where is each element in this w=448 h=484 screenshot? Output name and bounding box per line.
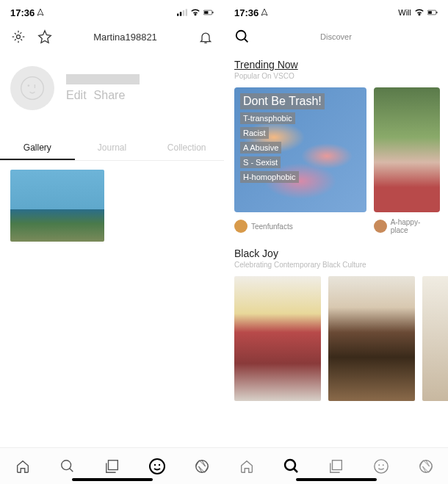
svg-rect-11	[108, 460, 118, 469]
avatar-placeholder-icon	[20, 76, 45, 101]
svg-point-20	[285, 460, 295, 470]
nav-feed[interactable]	[372, 457, 391, 476]
tab-journal[interactable]: Journal	[75, 137, 150, 160]
bell-icon	[198, 29, 213, 44]
svg-point-15	[195, 460, 208, 472]
blackjoy-card[interactable]	[422, 276, 448, 401]
blackjoy-header: Black Joy Celebrating Contemporary Black…	[224, 242, 448, 270]
svg-rect-18	[436, 12, 437, 13]
blackjoy-title[interactable]: Black Joy	[234, 248, 438, 259]
settings-button[interactable]	[10, 29, 26, 45]
gallery-grid	[0, 161, 224, 250]
trending-card[interactable]: Dont Be Trash! T-transphobic Racist A Ab…	[234, 87, 366, 212]
trending-title[interactable]: Trending Now	[234, 59, 438, 71]
avatar[interactable]	[10, 66, 54, 110]
shutter-icon	[418, 458, 434, 474]
profile-tabs: Gallery Journal Collection	[0, 137, 224, 161]
author-name[interactable]: Teenfunfacts	[251, 223, 293, 231]
trending-subtitle: Popular On VSCO	[234, 72, 438, 80]
home-icon	[15, 458, 31, 474]
trending-card[interactable]	[374, 87, 440, 212]
tab-gallery[interactable]: Gallery	[0, 137, 75, 160]
trending-authors: Teenfunfacts A-happy-place	[224, 218, 448, 242]
nav-discover[interactable]	[416, 457, 436, 476]
gallery-item[interactable]	[10, 170, 104, 242]
profile-section: Edit Share	[0, 53, 224, 116]
svg-rect-0	[177, 14, 178, 16]
card-line: H-homophobic	[240, 171, 299, 183]
nav-feed[interactable]	[148, 457, 167, 476]
shutter-icon	[194, 458, 210, 474]
svg-point-9	[28, 84, 30, 87]
blackjoy-carousel[interactable]	[224, 270, 448, 407]
home-indicator	[296, 478, 377, 481]
svg-rect-6	[212, 12, 213, 13]
nav-home[interactable]	[237, 457, 256, 476]
svg-rect-21	[332, 460, 342, 469]
blackjoy-card[interactable]	[328, 276, 415, 401]
card-line: Racist	[240, 127, 269, 139]
star-icon	[37, 29, 52, 44]
author-avatar[interactable]	[374, 220, 387, 233]
location-icon	[36, 8, 45, 17]
nav-discover[interactable]	[192, 457, 212, 476]
status-indicators: Will	[398, 7, 438, 18]
wifi-icon	[190, 7, 200, 18]
carrier-label: Will	[398, 8, 411, 17]
author-avatar[interactable]	[234, 220, 248, 233]
name-placeholder	[66, 74, 140, 84]
svg-point-12	[150, 459, 165, 474]
search-icon	[234, 29, 250, 45]
svg-point-19	[236, 31, 246, 40]
svg-rect-1	[180, 12, 181, 15]
stack-icon	[328, 458, 344, 474]
nav-search[interactable]	[282, 457, 301, 476]
nav-home[interactable]	[13, 457, 32, 476]
svg-point-24	[382, 464, 383, 466]
blackjoy-card[interactable]	[234, 276, 321, 401]
nav-search[interactable]	[58, 457, 77, 476]
signal-icon	[177, 7, 187, 18]
svg-point-22	[374, 459, 387, 472]
profile-screen: 17:36 Martina198821 Edit Share	[0, 0, 224, 484]
trending-header: Trending Now Popular On VSCO	[224, 53, 448, 82]
trending-carousel[interactable]: Dont Be Trash! T-transphobic Racist A Ab…	[224, 82, 448, 218]
smiley-icon	[373, 458, 389, 474]
svg-point-8	[21, 77, 44, 100]
username-title: Martina198821	[63, 32, 187, 43]
tab-collection[interactable]: Collection	[149, 137, 224, 160]
top-bar: Martina198821	[0, 21, 224, 53]
search-icon	[59, 458, 76, 474]
top-bar: Discover	[224, 21, 448, 53]
share-button[interactable]: Share	[94, 89, 126, 102]
page-title: Discover	[261, 32, 411, 41]
status-time: 17:36	[234, 7, 259, 18]
blackjoy-subtitle: Celebrating Contemporary Black Culture	[234, 261, 438, 269]
card-line: T-transphobic	[240, 112, 295, 124]
nav-studio[interactable]	[327, 457, 346, 476]
edit-button[interactable]: Edit	[66, 89, 87, 102]
svg-point-13	[153, 463, 155, 465]
gear-icon	[11, 29, 26, 44]
svg-rect-3	[186, 9, 187, 15]
svg-point-25	[419, 460, 432, 472]
search-button[interactable]	[234, 29, 250, 45]
stack-icon	[104, 458, 120, 474]
svg-rect-5	[204, 11, 208, 14]
location-icon	[260, 8, 269, 17]
discover-screen: 17:36 Will Discover Trending Now Popular…	[224, 0, 448, 484]
home-icon	[239, 458, 255, 474]
svg-point-7	[17, 35, 21, 39]
status-bar: 17:36	[0, 0, 224, 21]
status-indicators	[177, 7, 214, 18]
nav-studio[interactable]	[103, 457, 122, 476]
svg-rect-17	[428, 11, 432, 14]
status-bar: 17:36 Will	[224, 0, 448, 21]
smiley-icon	[148, 458, 166, 475]
search-icon	[283, 458, 300, 475]
status-time: 17:36	[10, 7, 35, 18]
notifications-button[interactable]	[198, 29, 214, 45]
author-name[interactable]: A-happy-place	[391, 218, 438, 234]
battery-icon	[427, 7, 438, 18]
favorites-button[interactable]	[37, 29, 53, 45]
